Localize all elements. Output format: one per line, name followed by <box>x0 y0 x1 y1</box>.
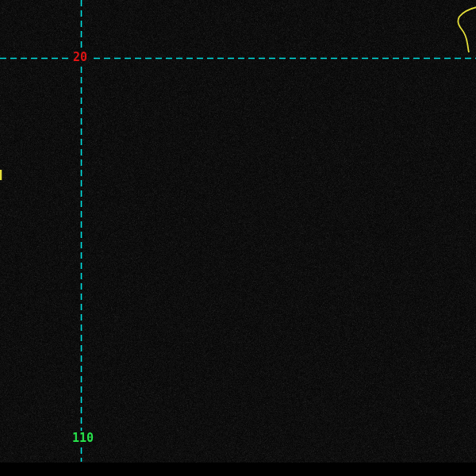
map-overlay <box>0 0 476 476</box>
latitude-label: 20 <box>73 51 87 63</box>
longitude-label: 110 <box>72 432 94 444</box>
status-bar: 10001 G-15 IMG 1 3 OCT 14276 011500 0765… <box>0 463 476 476</box>
coastline-outline <box>458 7 476 52</box>
mcidas-image-viewer: 20 110 10001 G-15 IMG 1 3 OCT 14276 0115… <box>0 0 476 476</box>
